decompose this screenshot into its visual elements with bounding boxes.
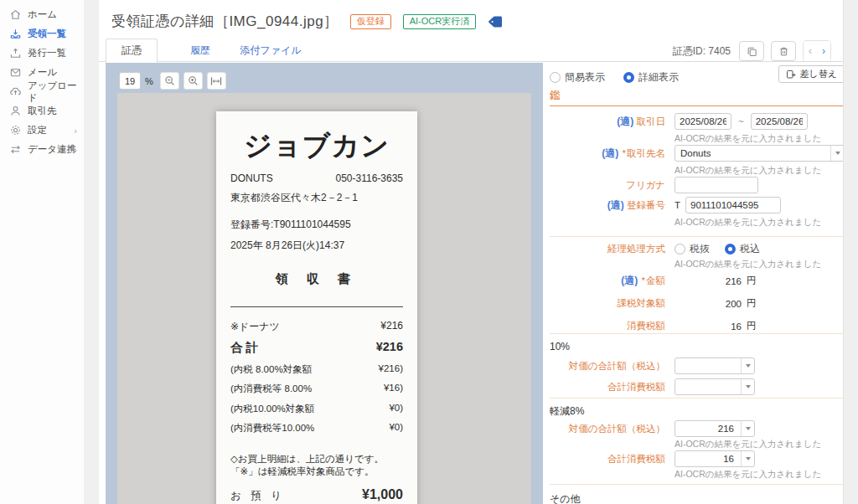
radio-label: 詳細表示 bbox=[638, 70, 679, 85]
sidebar: ホーム 受領一覧 発行一覧 メール アップロード 取引先 設定 › bbox=[0, 0, 84, 504]
sidebar-item-issue-list[interactable]: 発行一覧 bbox=[0, 44, 84, 63]
data-link-icon bbox=[9, 143, 22, 156]
issue-icon bbox=[9, 47, 22, 59]
dropdown-arrow-icon bbox=[830, 146, 844, 161]
field-furigana: フリガナ bbox=[550, 177, 845, 193]
field-10pct-tax: 合計消費税額 bbox=[550, 378, 845, 395]
date-to-input[interactable] bbox=[751, 113, 808, 130]
total-tax-10-combo[interactable] bbox=[675, 378, 755, 395]
tax-unit: 円 bbox=[747, 320, 757, 332]
page-scrollbar[interactable] bbox=[843, 0, 858, 504]
receipt-datetime: 2025年 8月26日(火)14:37 bbox=[230, 239, 403, 253]
field-label: 取引日 bbox=[637, 116, 666, 126]
receipt-address: 東京都渋谷区代々木2－2－1 bbox=[230, 191, 403, 205]
receive-icon bbox=[9, 28, 22, 40]
zoom-percent-label: % bbox=[145, 76, 153, 86]
image-viewer: ジョブカン DONUTS 050-3116-3635 東京都渋谷区代々木2－2－… bbox=[106, 63, 543, 504]
sidebar-item-home[interactable]: ホーム bbox=[0, 5, 84, 24]
combo-value: 16 bbox=[723, 454, 734, 464]
radio-selected-icon bbox=[725, 244, 736, 255]
replace-icon bbox=[786, 69, 796, 80]
chevron-right-icon: › bbox=[74, 126, 77, 136]
tab-attachments[interactable]: 添付ファイル bbox=[233, 39, 308, 62]
section-underline bbox=[550, 105, 845, 106]
ocr-helper-text: AI-OCRの結果を元に入力されました bbox=[550, 165, 845, 177]
detail-form: 簡易表示 詳細表示 差し替え 鑑 (適) 取引日 ~ bbox=[550, 63, 845, 504]
fit-width-button[interactable] bbox=[207, 72, 226, 90]
receipt-phone: 050-3116-3635 bbox=[335, 172, 403, 184]
receipt-tax-label: (内税10.00%対象額 bbox=[230, 403, 314, 415]
sidebar-item-receive-list[interactable]: 受領一覧 bbox=[0, 24, 84, 44]
taxable-unit: 円 bbox=[747, 297, 757, 310]
sidebar-item-upload[interactable]: アップロード bbox=[0, 82, 84, 101]
receipt-tax-label: (内税 8.00%対象額 bbox=[230, 363, 312, 376]
zoom-out-icon bbox=[164, 75, 175, 86]
detail-view-radio[interactable]: 詳細表示 bbox=[623, 70, 679, 85]
title-row: 受領証憑の詳細［IMG_0944.jpg］ 仮登録 AI-OCR実行済 bbox=[111, 12, 503, 31]
replace-button-label: 差し替え bbox=[799, 68, 837, 80]
home-icon bbox=[9, 8, 22, 21]
receipt-tax-value: ¥0) bbox=[389, 403, 403, 415]
sidebar-item-label: ホーム bbox=[28, 8, 57, 21]
field-label: 消費税額 bbox=[627, 321, 665, 331]
upload-cloud-icon bbox=[9, 85, 22, 98]
layout-gap bbox=[84, 0, 99, 504]
sidebar-item-partners[interactable]: 取引先 bbox=[0, 101, 84, 121]
qualified-tag: (適) bbox=[617, 116, 633, 127]
sidebar-item-settings[interactable]: 設定 › bbox=[0, 121, 84, 140]
zoom-in-button[interactable] bbox=[183, 72, 203, 90]
field-transaction-date: (適) 取引日 ~ bbox=[550, 113, 845, 130]
tab-evidence[interactable]: 証憑 bbox=[106, 39, 158, 63]
receipt-tax-value: ¥0) bbox=[389, 422, 403, 435]
sidebar-item-data-link[interactable]: データ連携 › bbox=[0, 140, 84, 159]
receipt-reg-number: 登録番号:T9011101044595 bbox=[230, 218, 403, 232]
replace-button[interactable]: 差し替え bbox=[778, 65, 845, 83]
receipt-tax-label: (内消費税等10.00% bbox=[230, 422, 314, 435]
receipt-total-value: ¥216 bbox=[376, 340, 403, 356]
ocr-helper-text: AI-OCRの結果を元に入力されました bbox=[550, 439, 845, 450]
field-consumption-tax: 消費税額 16円 bbox=[550, 320, 845, 332]
simple-view-radio[interactable]: 簡易表示 bbox=[550, 70, 605, 85]
status-badge-ocr-done: AI-OCR実行済 bbox=[403, 14, 477, 29]
receipt-photo[interactable]: ジョブカン DONUTS 050-3116-3635 東京都渋谷区代々木2－2－… bbox=[117, 93, 531, 504]
field-label: 合計消費税額 bbox=[607, 454, 665, 464]
sidebar-item-label: メール bbox=[28, 66, 57, 79]
fit-width-icon bbox=[210, 76, 222, 86]
group-heading-10pct: 10% bbox=[550, 341, 845, 352]
chevron-right-icon: › bbox=[74, 145, 77, 155]
taxable-value: 200 bbox=[675, 299, 742, 309]
zoom-in-icon bbox=[188, 75, 199, 86]
tag-icon[interactable] bbox=[488, 15, 503, 28]
section-title: 鑑 bbox=[550, 88, 845, 103]
vendor-value: Donuts bbox=[680, 148, 711, 158]
furigana-input[interactable] bbox=[675, 177, 758, 193]
radio-label: 税抜 bbox=[690, 242, 710, 256]
zoom-out-button[interactable] bbox=[160, 72, 179, 90]
field-amount: (適) *金額 216円 bbox=[550, 274, 845, 288]
total-incl-tax-8-combo[interactable]: 216 bbox=[675, 420, 755, 437]
app-window: ホーム 受領一覧 発行一覧 メール アップロード 取引先 設定 › bbox=[0, 0, 858, 504]
vendor-select[interactable]: Donuts bbox=[675, 145, 845, 162]
field-label: フリガナ bbox=[626, 180, 665, 190]
radio-selected-icon bbox=[623, 72, 634, 83]
receipt-tax-value: ¥16) bbox=[384, 383, 403, 395]
zoom-level-input[interactable] bbox=[119, 72, 141, 90]
receipt-note: ◇お買上明細は、上記の通りです。 bbox=[230, 453, 403, 465]
reg-number-input[interactable] bbox=[685, 197, 781, 213]
tax-excluded-radio[interactable]: 税抜 bbox=[675, 242, 710, 256]
settings-icon bbox=[9, 124, 22, 136]
form-divider bbox=[550, 398, 845, 399]
required-mark: * bbox=[642, 275, 645, 285]
date-from-input[interactable] bbox=[675, 113, 731, 130]
total-incl-tax-10-combo[interactable] bbox=[675, 357, 755, 374]
field-label: 取引先名 bbox=[627, 148, 665, 158]
field-accounting-method: 経理処理方式 税抜 税込 bbox=[550, 242, 845, 256]
tab-history[interactable]: 履歴 bbox=[179, 39, 221, 62]
tax-included-radio[interactable]: 税込 bbox=[725, 242, 760, 256]
page-title: 受領証憑の詳細［IMG_0944.jpg］ bbox=[111, 12, 339, 31]
total-tax-8-combo[interactable]: 16 bbox=[675, 450, 755, 467]
amount-unit: 円 bbox=[747, 275, 757, 287]
combo-value: 216 bbox=[718, 424, 734, 434]
radio-unselected-icon bbox=[550, 72, 561, 83]
receipt-store-title: ジョブカン bbox=[230, 127, 403, 165]
